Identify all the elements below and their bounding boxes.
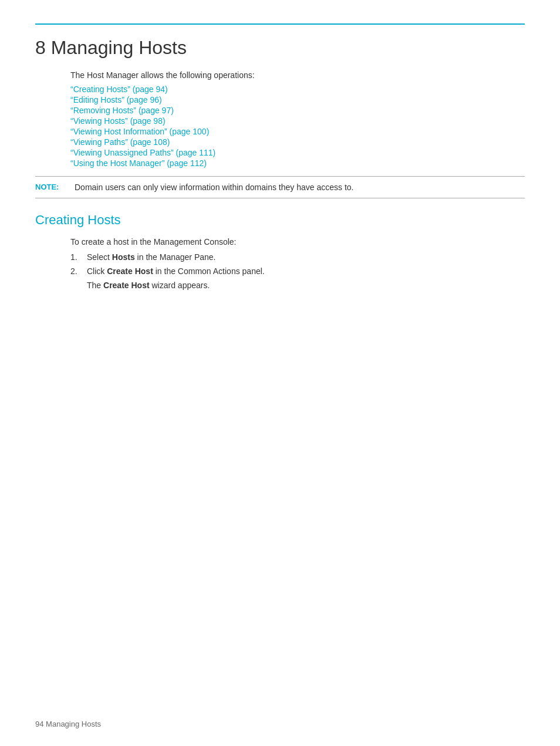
footer-label: Managing Hosts [46, 720, 101, 728]
page-number: 94 [35, 720, 43, 728]
creating-hosts-intro: To create a host in the Management Conso… [70, 237, 525, 247]
toc-links-container: “Creating Hosts” (page 94) “Editing Host… [70, 85, 525, 168]
toc-link-viewing-hosts[interactable]: “Viewing Hosts” (page 98) [70, 116, 525, 126]
toc-link-using-host-manager[interactable]: “Using the Host Manager” (page 112) [70, 158, 525, 168]
steps-list: 1. Select Hosts in the Manager Pane. 2. … [70, 252, 525, 276]
step-2: 2. Click Create Host in the Common Actio… [70, 266, 525, 276]
step-1: 1. Select Hosts in the Manager Pane. [70, 252, 525, 262]
note-box: NOTE: Domain users can only view informa… [35, 176, 525, 198]
chapter-number: 8 [35, 37, 46, 58]
page-footer: 94 Managing Hosts [35, 720, 101, 728]
toc-link-creating-hosts[interactable]: “Creating Hosts” (page 94) [70, 85, 525, 94]
step-1-number: 1. [70, 252, 87, 262]
intro-text: The Host Manager allows the following op… [70, 70, 525, 80]
chapter-title-text: Managing Hosts [51, 37, 187, 58]
creating-hosts-section-title: Creating Hosts [35, 212, 525, 228]
toc-link-editing-hosts[interactable]: “Editing Hosts” (page 96) [70, 95, 525, 104]
step-2-sub: The Create Host wizard appears. [87, 281, 525, 290]
chapter-title: 8 Managing Hosts [35, 36, 525, 59]
toc-link-viewing-host-info[interactable]: “Viewing Host Information” (page 100) [70, 127, 525, 136]
step-2-text: Click Create Host in the Common Actions … [87, 266, 265, 276]
step-2-number: 2. [70, 266, 87, 276]
note-label: NOTE: [35, 183, 68, 191]
toc-link-viewing-paths[interactable]: “Viewing Paths” (page 108) [70, 137, 525, 147]
toc-link-removing-hosts[interactable]: “Removing Hosts” (page 97) [70, 106, 525, 115]
toc-link-viewing-unassigned-paths[interactable]: “Viewing Unassigned Paths” (page 111) [70, 148, 525, 157]
note-text: Domain users can only view information w… [75, 183, 353, 192]
top-rule [35, 23, 525, 25]
step-1-text: Select Hosts in the Manager Pane. [87, 252, 215, 262]
